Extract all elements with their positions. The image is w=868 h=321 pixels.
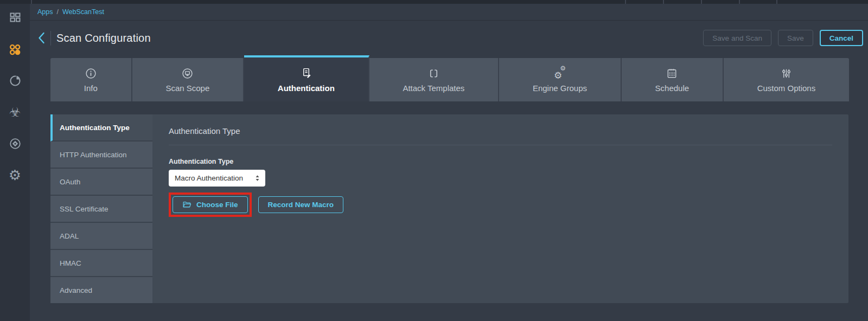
- save-and-scan-button[interactable]: Save and Scan: [703, 30, 771, 46]
- large-gear-glyph: ⚙: [554, 71, 562, 80]
- gear-glyph: ⚙: [9, 168, 21, 182]
- info-circle-icon: [85, 67, 97, 80]
- scan-config-tabs: Info Scan Scope Authentication: [50, 55, 849, 101]
- biohazard-glyph: ☣: [9, 106, 21, 119]
- tab-info[interactable]: Info: [50, 58, 132, 101]
- scan-configuration-page: ☣ ⚙ Apps / WebScanTest Scan Configuratio…: [0, 0, 868, 321]
- tab-label: Custom Options: [757, 84, 816, 93]
- settings-gear-icon[interactable]: ⚙: [0, 168, 30, 182]
- section-title: Authentication Type: [169, 126, 832, 136]
- strip-separator: [31, 0, 32, 4]
- tab-attack-templates[interactable]: Attack Templates: [369, 58, 500, 101]
- browser-tab-strip: [0, 0, 868, 4]
- breadcrumb: Apps / WebScanTest: [30, 4, 868, 21]
- cancel-button[interactable]: Cancel: [820, 30, 863, 46]
- record-new-macro-button[interactable]: Record New Macro: [258, 196, 344, 213]
- target-icon[interactable]: [0, 137, 30, 151]
- strip-separator: [625, 0, 626, 4]
- tab-authentication[interactable]: Authentication: [244, 55, 369, 101]
- page-header: Scan Configuration Save and Scan Save Ca…: [30, 21, 868, 55]
- authentication-panel: Authentication Type HTTP Authentication …: [50, 114, 848, 303]
- folder-icon: [182, 200, 192, 209]
- nav-item-oauth[interactable]: OAuth: [50, 169, 152, 196]
- choose-file-button[interactable]: Choose File: [173, 196, 248, 213]
- authentication-type-section: Authentication Type Authentication Type …: [152, 114, 848, 303]
- nav-item-http-authentication[interactable]: HTTP Authentication: [50, 142, 152, 169]
- nav-item-advanced[interactable]: Advanced: [50, 277, 152, 303]
- back-button[interactable]: [34, 30, 49, 46]
- tab-label: Attack Templates: [403, 84, 464, 93]
- nav-item-hmac[interactable]: HMAC: [50, 250, 152, 277]
- gears-icon: ⚙ ⚙: [553, 67, 566, 80]
- section-divider: [169, 145, 832, 145]
- calendar-icon: [666, 67, 678, 80]
- strip-separator: [701, 0, 702, 4]
- breadcrumb-separator: /: [57, 8, 59, 16]
- tab-schedule[interactable]: Schedule: [622, 58, 724, 101]
- strip-separator: [776, 0, 777, 4]
- brackets-icon: [427, 67, 440, 80]
- tab-label: Engine Groups: [533, 84, 587, 93]
- dashboard-icon[interactable]: [0, 10, 30, 24]
- tab-label: Scan Scope: [165, 84, 209, 93]
- strip-separator: [663, 0, 664, 4]
- page-title: Scan Configuration: [56, 32, 151, 44]
- chevron-left-icon: [36, 31, 48, 45]
- choose-file-label: Choose File: [196, 201, 238, 209]
- sliders-icon: [780, 67, 793, 80]
- strip-separator: [739, 0, 740, 4]
- document-edit-icon: [300, 67, 312, 80]
- save-button[interactable]: Save: [778, 30, 813, 46]
- tab-engine-groups[interactable]: ⚙ ⚙ Engine Groups: [499, 58, 622, 101]
- breadcrumb-apps-link[interactable]: Apps: [37, 8, 53, 16]
- nav-item-ssl-certificate[interactable]: SSL Certificate: [50, 196, 152, 223]
- tab-label: Authentication: [278, 84, 335, 93]
- tab-scan-scope[interactable]: Scan Scope: [132, 58, 244, 101]
- select-value: Macro Authentication: [175, 174, 243, 182]
- record-new-macro-label: Record New Macro: [268, 201, 334, 209]
- scope-monitor-icon: [181, 67, 194, 80]
- select-spinner-icon: [253, 174, 261, 182]
- title-divider: [50, 31, 51, 46]
- tab-custom-options[interactable]: Custom Options: [724, 58, 849, 101]
- authentication-type-select[interactable]: Macro Authentication: [169, 170, 265, 187]
- breadcrumb-webscantest-link[interactable]: WebScanTest: [62, 8, 104, 16]
- apps-icon[interactable]: [0, 42, 30, 56]
- macro-buttons-row: Choose File Record New Macro: [169, 192, 832, 217]
- biohazard-icon[interactable]: ☣: [0, 105, 30, 119]
- pie-chart-icon[interactable]: [0, 74, 30, 88]
- nav-item-authentication-type[interactable]: Authentication Type: [50, 114, 152, 142]
- app-sidebar: ☣ ⚙: [0, 4, 30, 321]
- red-highlight-annotation: Choose File: [169, 192, 252, 217]
- authentication-side-nav: Authentication Type HTTP Authentication …: [50, 114, 152, 303]
- tab-label: Schedule: [655, 84, 690, 93]
- nav-item-adal[interactable]: ADAL: [50, 223, 152, 250]
- authentication-type-label: Authentication Type: [169, 158, 832, 165]
- tab-label: Info: [84, 84, 98, 93]
